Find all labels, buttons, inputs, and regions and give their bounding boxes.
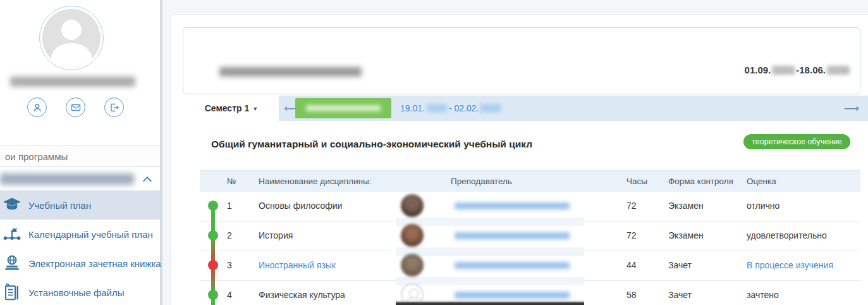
sidebar-item-calendar-plan[interactable]: Календарный учебный план <box>0 220 160 249</box>
teacher-name-redacted[interactable] <box>455 202 570 209</box>
period-label-redacted <box>306 105 381 111</box>
control-form: Зачет <box>668 280 692 305</box>
program-accordion[interactable] <box>0 168 160 190</box>
status-dot-completed <box>208 230 218 240</box>
avatar-placeholder-icon <box>42 9 101 67</box>
page: ои программы Учебный план Календарный уч… <box>0 0 868 305</box>
avatar <box>39 6 104 70</box>
training-type-badge: теоретическое обучение <box>743 134 850 149</box>
row-number: 3 <box>227 251 232 280</box>
grade-value: удовлетворительно <box>747 221 827 251</box>
overlay-bottom-bar <box>396 301 584 305</box>
graduation-cap-icon <box>0 193 24 217</box>
discipline-name: Основы философии <box>259 191 342 221</box>
period-dates: 19.01. - 02.02. <box>400 96 503 121</box>
next-period-arrow[interactable]: ⟶ <box>844 102 859 115</box>
column-header-teacher: Преподаватель <box>451 171 512 192</box>
hours-value: 44 <box>627 251 637 280</box>
sidebar-item-label: Электронная зачетная книжка <box>28 258 161 269</box>
teacher-avatar <box>401 194 424 217</box>
status-dot-in-progress <box>208 260 218 270</box>
user-icon <box>32 103 42 113</box>
sidebar: ои программы Учебный план Календарный уч… <box>0 0 162 305</box>
period-end: - 02.02. <box>449 103 479 113</box>
divider <box>480 102 480 115</box>
status-dot-completed <box>208 290 218 300</box>
program-name-redacted <box>0 173 134 185</box>
row-separator-strip <box>396 218 584 226</box>
sidebar-item-setup-files[interactable]: Установочные файлы <box>0 278 160 305</box>
date-end: 18.06. <box>799 65 826 75</box>
semester-label: Семестр 1 <box>205 103 250 113</box>
row-separator-strip <box>396 247 584 256</box>
sidebar-item-curriculum[interactable]: Учебный план <box>0 190 160 220</box>
logout-button[interactable] <box>104 97 124 117</box>
period-navigation-bar: ⟵ 19.01. - 02.02. ⟶ <box>279 96 868 121</box>
teacher-column-overlay <box>396 192 584 301</box>
program-date-range: 01.09. - 18.06. <box>745 65 851 75</box>
row-number: 4 <box>227 280 232 305</box>
logout-icon <box>109 103 119 113</box>
year-redacted <box>772 66 795 75</box>
user-name-redacted <box>10 77 135 87</box>
sidebar-item-label: Установочные файлы <box>28 287 125 298</box>
caret-down-icon: ▾ <box>254 105 257 112</box>
teacher-name-redacted[interactable] <box>455 292 570 299</box>
row-number: 2 <box>227 221 232 251</box>
semester-dropdown[interactable]: Семестр 1 ▾ <box>183 96 279 121</box>
chevron-up-icon <box>143 177 152 185</box>
files-icon <box>0 280 24 304</box>
discipline-link[interactable]: Иностранный язык <box>259 251 336 280</box>
sidebar-item-label: Учебный план <box>28 200 91 211</box>
hours-value: 72 <box>627 221 637 251</box>
column-header-discipline: Наименование дисциплины: <box>259 171 371 192</box>
control-form: Экзамен <box>668 221 704 251</box>
programs-section-header: ои программы <box>0 146 160 167</box>
program-header-card: 01.09. - 18.06. <box>183 27 860 94</box>
messages-button[interactable] <box>66 97 85 117</box>
year-redacted <box>427 104 447 112</box>
teacher-avatar <box>401 254 424 277</box>
cycle-title: Общий гуманитарный и социально-экономиче… <box>211 139 532 150</box>
control-form: Зачет <box>668 251 692 280</box>
column-header-grade: Оценка <box>747 171 776 192</box>
column-header-control: Форма контроля <box>668 171 733 192</box>
program-title-redacted <box>219 67 362 77</box>
discipline-name: Физическая культура <box>259 280 345 305</box>
sidebar-item-label: Календарный учебный план <box>28 229 153 240</box>
grade-value: отлично <box>747 191 779 221</box>
current-period-button[interactable] <box>295 98 391 118</box>
hours-value: 72 <box>627 191 637 221</box>
teacher-name-redacted[interactable] <box>455 262 570 269</box>
discipline-name: История <box>259 221 293 251</box>
globe-book-icon <box>0 251 24 275</box>
control-form: Экзамен <box>668 191 704 221</box>
mail-icon <box>71 103 81 113</box>
grade-in-progress-link[interactable]: В процессе изучения <box>747 251 833 280</box>
row-separator-strip <box>396 277 584 285</box>
milestones-icon <box>0 222 24 246</box>
row-number: 1 <box>227 191 232 221</box>
column-header-hours: Часы <box>627 171 647 192</box>
sidebar-item-gradebook[interactable]: Электронная зачетная книжка <box>0 249 160 278</box>
hours-value: 58 <box>627 280 637 305</box>
date-start: 01.09. <box>745 65 771 75</box>
profile-button[interactable] <box>27 97 47 117</box>
table-header: № Наименование дисциплины: Преподаватель… <box>200 170 860 192</box>
teacher-name-redacted[interactable] <box>455 232 570 239</box>
status-dot-completed <box>208 201 218 211</box>
sidebar-menu: Учебный план Календарный учебный план Эл… <box>0 190 160 305</box>
period-start: 19.01. <box>400 103 425 113</box>
teacher-avatar <box>401 224 424 247</box>
profile-actions <box>27 97 124 117</box>
year-redacted <box>827 66 850 75</box>
year-redacted <box>480 104 501 112</box>
column-header-num: № <box>227 171 236 192</box>
grade-value: зачтено <box>747 280 779 305</box>
main-card: 01.09. - 18.06. Семестр 1 ▾ ⟵ 19.01. - 0… <box>171 14 868 305</box>
